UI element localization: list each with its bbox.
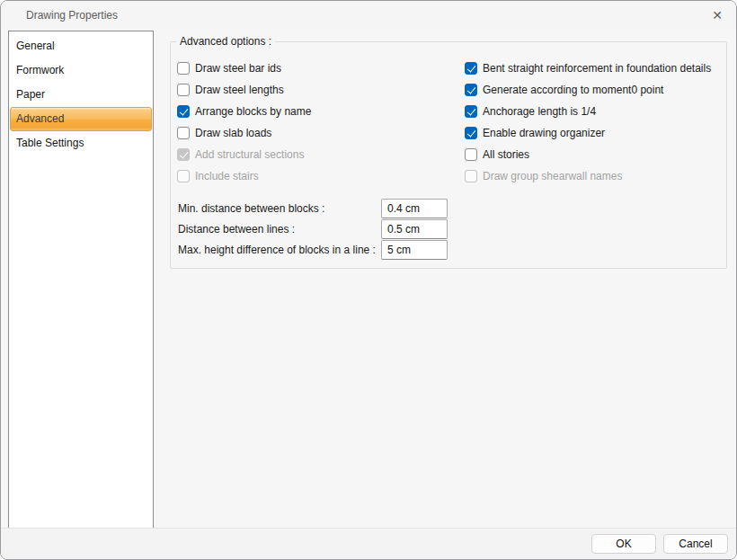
checkbox-row: Anchorage length is 1/4 xyxy=(465,101,726,122)
field-row: Distance between lines : xyxy=(178,218,726,239)
checkbox-label: Draw steel lengths xyxy=(195,84,284,96)
max-height-difference-of-blocks-in-a-line-input[interactable] xyxy=(381,240,448,260)
sidebar-item-general[interactable]: General xyxy=(10,34,152,58)
checkbox-row: Draw steel lengths xyxy=(177,79,465,101)
checkbox-label: All stories xyxy=(483,148,529,161)
field-label: Distance between lines : xyxy=(178,223,381,236)
checkbox-label: Arrange blocks by name xyxy=(195,105,311,118)
field-label: Min. distance between blocks : xyxy=(178,202,381,215)
arrange-blocks-by-name-checkbox[interactable] xyxy=(177,105,190,118)
field-label: Max. height difference of blocks in a li… xyxy=(178,244,381,256)
cancel-button[interactable]: Cancel xyxy=(663,534,728,554)
checkbox-row: Include stairs xyxy=(177,165,465,187)
checkbox-row: Draw group shearwall names xyxy=(465,165,726,187)
draw-steel-lengths-checkbox[interactable] xyxy=(177,84,190,96)
field-row: Max. height difference of blocks in a li… xyxy=(178,239,726,260)
sidebar-item-advanced[interactable]: Advanced xyxy=(10,107,152,131)
checkbox-label: Generate according to moment0 point xyxy=(483,84,663,96)
anchorage-length-is-1-4-checkbox[interactable] xyxy=(465,105,477,118)
checkbox-label: Draw slab loads xyxy=(195,127,271,139)
checkbox-label: Bent straight reinforcement in foundatio… xyxy=(483,62,711,75)
draw-group-shearwall-names-checkbox xyxy=(465,170,477,182)
checkbox-label: Draw group shearwall names xyxy=(483,170,622,182)
all-stories-checkbox[interactable] xyxy=(465,148,477,161)
advanced-options-group: Advanced options : Draw steel bar ids Dr… xyxy=(170,41,727,269)
checkbox-label: Include stairs xyxy=(195,170,259,182)
enable-drawing-organizer-checkbox[interactable] xyxy=(465,127,477,139)
drawing-properties-dialog: Drawing Properties ✕ GeneralFormworkPape… xyxy=(0,0,737,560)
title-bar: Drawing Properties ✕ xyxy=(1,1,736,30)
draw-steel-bar-ids-checkbox[interactable] xyxy=(177,62,190,75)
checkbox-column-right: Bent straight reinforcement in foundatio… xyxy=(465,58,726,187)
close-button[interactable]: ✕ xyxy=(702,3,733,28)
generate-according-to-moment0-point-checkbox[interactable] xyxy=(465,84,477,96)
footer-bar: OK Cancel xyxy=(1,528,736,559)
sidebar-item-formwork[interactable]: Formwork xyxy=(10,58,152,83)
distance-fields: Min. distance between blocks : Distance … xyxy=(171,187,726,260)
checkbox-row: Enable drawing organizer xyxy=(465,122,726,144)
field-row: Min. distance between blocks : xyxy=(178,198,726,218)
sidebar-item-paper[interactable]: Paper xyxy=(10,83,152,107)
checkbox-label: Draw steel bar ids xyxy=(195,62,281,75)
close-icon: ✕ xyxy=(712,8,723,22)
checkbox-row: Generate according to moment0 point xyxy=(465,79,726,101)
sidebar-item-table-settings[interactable]: Table Settings xyxy=(10,131,152,156)
draw-slab-loads-checkbox[interactable] xyxy=(177,127,190,139)
sidebar: GeneralFormworkPaperAdvancedTable Settin… xyxy=(8,31,154,529)
checkbox-column-left: Draw steel bar ids Draw steel lengths Ar… xyxy=(177,58,465,187)
checkbox-row: Draw slab loads xyxy=(177,122,465,144)
checkbox-row: Add structural sections xyxy=(177,144,465,165)
ok-button[interactable]: OK xyxy=(591,534,656,554)
checkbox-label: Add structural sections xyxy=(195,148,304,161)
checkbox-label: Enable drawing organizer xyxy=(483,127,605,139)
checkbox-row: All stories xyxy=(465,144,726,165)
include-stairs-checkbox xyxy=(177,170,190,182)
window-title: Drawing Properties xyxy=(1,9,118,22)
distance-between-lines-input[interactable] xyxy=(381,219,448,239)
group-title: Advanced options : xyxy=(176,35,275,48)
min-distance-between-blocks-input[interactable] xyxy=(381,199,448,218)
add-structural-sections-checkbox xyxy=(177,148,190,161)
checkbox-grid: Draw steel bar ids Draw steel lengths Ar… xyxy=(171,42,726,187)
bent-straight-reinforcement-in-foundation-details-checkbox[interactable] xyxy=(465,62,477,75)
checkbox-row: Bent straight reinforcement in foundatio… xyxy=(465,58,726,79)
checkbox-row: Arrange blocks by name xyxy=(177,101,465,122)
checkbox-label: Anchorage length is 1/4 xyxy=(483,105,596,118)
checkbox-row: Draw steel bar ids xyxy=(177,58,465,79)
